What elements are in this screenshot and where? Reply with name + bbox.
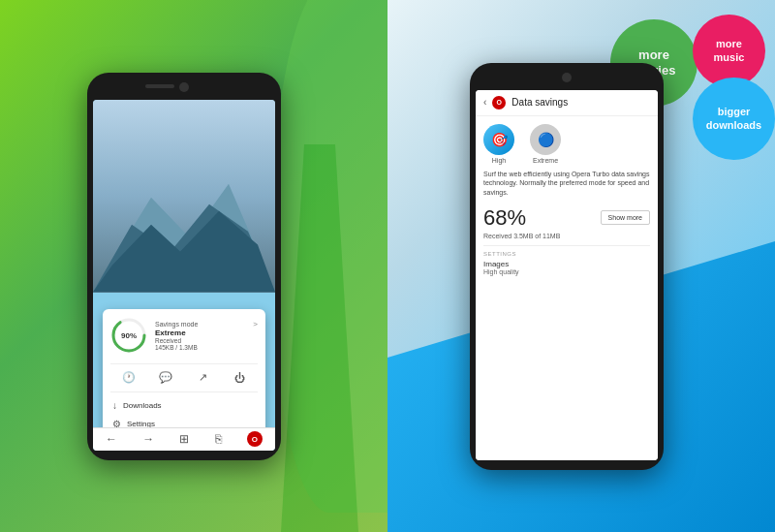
mode-extreme[interactable]: 🔵 Extreme bbox=[530, 124, 561, 164]
speaker-left bbox=[145, 84, 174, 88]
menu-header: 90% Savings mode > Extreme Received 145K… bbox=[110, 317, 258, 360]
downloads-item[interactable]: ↓ Downloads bbox=[110, 396, 258, 415]
mode-extreme-label: Extreme bbox=[533, 157, 558, 164]
bubble-downloads: bigger downloads bbox=[693, 78, 775, 160]
savings-mode-row: Savings mode > bbox=[155, 320, 258, 329]
copy-nav[interactable]: ⎘ bbox=[215, 432, 222, 446]
bubble-downloads-text: bigger downloads bbox=[706, 106, 761, 131]
screen-left: ▾ ▌▌▌ 12:26 bbox=[93, 100, 275, 451]
mode-extreme-circle: 🔵 bbox=[530, 124, 561, 155]
savings-modes-row: 🎯 High 🔵 Extreme bbox=[483, 124, 650, 164]
images-setting-name: Images bbox=[483, 260, 650, 268]
received-value: 145KB / 1.3MB bbox=[155, 344, 198, 351]
savings-description: Surf the web efficiently using Opera Tur… bbox=[483, 170, 650, 198]
opera-logo: O bbox=[492, 96, 506, 110]
savings-circle: 90% bbox=[110, 317, 147, 354]
show-more-button[interactable]: Show more bbox=[601, 210, 650, 225]
grid-nav[interactable]: ⊞ bbox=[179, 432, 189, 446]
mode-high-label: High bbox=[492, 157, 506, 164]
mountain-bg bbox=[93, 100, 275, 293]
phone-left: ▾ ▌▌▌ 12:26 bbox=[87, 73, 281, 460]
settings-section-label: SETTINGS bbox=[483, 251, 650, 257]
menu-overlay: 90% Savings mode > Extreme Received 145K… bbox=[103, 309, 265, 441]
screen-right: ‹ O Data savings 🎯 High 🔵 Extreme bbox=[476, 90, 658, 460]
received-label: Received bbox=[155, 337, 181, 344]
opera-nav[interactable]: O bbox=[247, 431, 263, 447]
savings-mode-arrow: > bbox=[253, 320, 258, 329]
downloads-icon: ↓ bbox=[112, 400, 117, 411]
menu-header-text: Savings mode > Extreme Received 145KB / … bbox=[155, 320, 258, 351]
bottom-nav-left: ← → ⊞ ⎘ O bbox=[93, 427, 275, 451]
images-setting-item[interactable]: Images High quality bbox=[483, 260, 650, 275]
left-section: ▾ ▌▌▌ 12:26 bbox=[0, 0, 388, 532]
back-button[interactable]: ‹ bbox=[483, 97, 486, 108]
savings-percent-right: 68% bbox=[483, 205, 526, 231]
bookmark-icon[interactable]: 💬 bbox=[157, 369, 174, 387]
savings-percent-left: 90% bbox=[121, 330, 137, 339]
savings-mode-label: Savings mode bbox=[155, 321, 198, 328]
camera-left bbox=[179, 82, 189, 92]
screen-header: ‹ O Data savings bbox=[476, 90, 658, 116]
camera-right bbox=[562, 73, 572, 82]
history-icon[interactable]: 🕐 bbox=[120, 369, 138, 387]
mode-high-circle: 🎯 bbox=[483, 124, 514, 155]
forward-nav[interactable]: → bbox=[142, 432, 154, 446]
bubble-music-text: more music bbox=[714, 38, 745, 63]
received-info: Received 145KB / 1.3MB bbox=[155, 337, 258, 351]
right-section: more movies more music bigger downloads … bbox=[388, 0, 775, 532]
downloads-label: Downloads bbox=[123, 401, 162, 410]
screen-content: 🎯 High 🔵 Extreme Surf the web efficientl… bbox=[476, 116, 658, 460]
savings-percent-row: 68% Show more bbox=[483, 205, 650, 231]
images-setting-value: High quality bbox=[483, 268, 650, 275]
phone-right: ‹ O Data savings 🎯 High 🔵 Extreme bbox=[470, 63, 664, 470]
bubble-music: more music bbox=[693, 15, 765, 87]
settings-section: SETTINGS Images High quality bbox=[483, 245, 650, 275]
mode-high[interactable]: 🎯 High bbox=[483, 124, 514, 164]
menu-icons-row: 🕐 💬 ↗ ⏻ bbox=[110, 363, 258, 392]
savings-mode-value: Extreme bbox=[155, 329, 258, 337]
page-title: Data savings bbox=[512, 97, 568, 108]
power-icon[interactable]: ⏻ bbox=[231, 369, 248, 387]
savings-received: Received 3.5MB of 11MB bbox=[483, 233, 650, 239]
back-nav[interactable]: ← bbox=[106, 432, 117, 446]
share-icon[interactable]: ↗ bbox=[194, 369, 211, 387]
